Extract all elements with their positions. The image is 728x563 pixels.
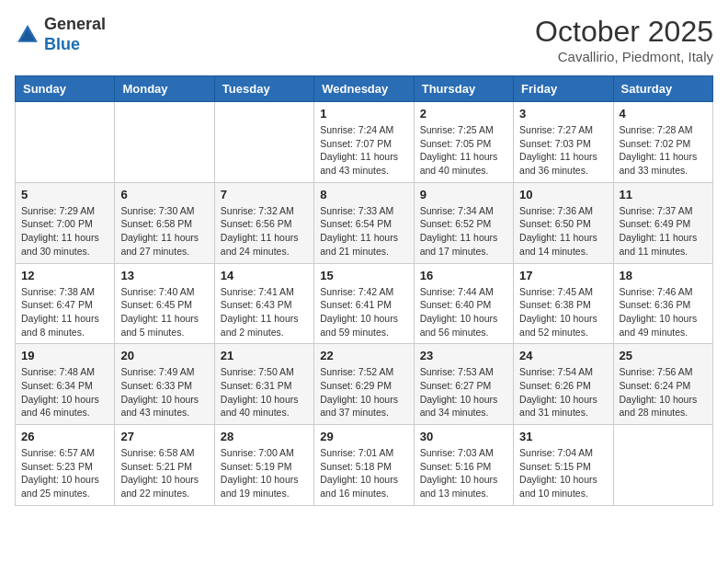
day-number: 10 [519, 188, 607, 201]
calendar-cell: 20Sunrise: 7:49 AM Sunset: 6:33 PM Dayli… [115, 344, 214, 425]
calendar-cell: 31Sunrise: 7:04 AM Sunset: 5:15 PM Dayli… [514, 425, 613, 506]
day-header-sunday: Sunday [16, 76, 115, 102]
calendar-cell [16, 102, 115, 183]
calendar-week-3: 12Sunrise: 7:38 AM Sunset: 6:47 PM Dayli… [16, 263, 713, 344]
calendar-cell [613, 425, 712, 506]
day-info: Sunrise: 7:30 AM Sunset: 6:58 PM Dayligh… [120, 204, 208, 259]
day-info: Sunrise: 7:37 AM Sunset: 6:49 PM Dayligh… [620, 204, 707, 259]
calendar-cell: 2Sunrise: 7:25 AM Sunset: 7:05 PM Daylig… [414, 102, 513, 183]
day-number: 3 [519, 107, 607, 121]
calendar-cell [115, 102, 214, 183]
day-info: Sunrise: 7:34 AM Sunset: 6:52 PM Dayligh… [420, 204, 507, 259]
day-number: 4 [620, 107, 707, 121]
calendar-cell: 5Sunrise: 7:29 AM Sunset: 7:00 PM Daylig… [16, 182, 115, 263]
day-info: Sunrise: 7:28 AM Sunset: 7:02 PM Dayligh… [620, 123, 707, 178]
calendar-cell: 12Sunrise: 7:38 AM Sunset: 6:47 PM Dayli… [16, 263, 115, 344]
day-number: 12 [21, 269, 108, 282]
calendar-cell: 29Sunrise: 7:01 AM Sunset: 5:18 PM Dayli… [314, 425, 414, 506]
calendar-cell: 10Sunrise: 7:36 AM Sunset: 6:50 PM Dayli… [514, 182, 613, 263]
calendar-week-5: 26Sunrise: 6:57 AM Sunset: 5:23 PM Dayli… [16, 425, 713, 506]
title-block: October 2025 Cavallirio, Piedmont, Italy [535, 15, 713, 64]
calendar-cell: 6Sunrise: 7:30 AM Sunset: 6:58 PM Daylig… [115, 182, 214, 263]
calendar-week-2: 5Sunrise: 7:29 AM Sunset: 7:00 PM Daylig… [16, 182, 713, 263]
day-number: 27 [120, 430, 208, 443]
day-info: Sunrise: 7:46 AM Sunset: 6:36 PM Dayligh… [620, 285, 707, 339]
day-number: 28 [221, 430, 308, 443]
calendar-cell: 9Sunrise: 7:34 AM Sunset: 6:52 PM Daylig… [414, 182, 513, 263]
calendar-cell: 28Sunrise: 7:00 AM Sunset: 5:19 PM Dayli… [214, 425, 313, 506]
day-info: Sunrise: 7:32 AM Sunset: 6:56 PM Dayligh… [221, 204, 308, 259]
day-info: Sunrise: 7:45 AM Sunset: 6:38 PM Dayligh… [519, 285, 607, 339]
day-info: Sunrise: 7:29 AM Sunset: 7:00 PM Dayligh… [21, 204, 108, 259]
day-number: 29 [320, 430, 407, 443]
day-info: Sunrise: 7:25 AM Sunset: 7:05 PM Dayligh… [420, 123, 507, 178]
day-number: 31 [519, 430, 607, 443]
calendar-cell: 18Sunrise: 7:46 AM Sunset: 6:36 PM Dayli… [613, 263, 712, 344]
day-header-monday: Monday [115, 76, 214, 102]
day-info: Sunrise: 7:24 AM Sunset: 7:07 PM Dayligh… [320, 123, 407, 178]
day-info: Sunrise: 7:42 AM Sunset: 6:41 PM Dayligh… [320, 285, 407, 339]
day-info: Sunrise: 7:48 AM Sunset: 6:34 PM Dayligh… [21, 365, 108, 419]
calendar-cell: 17Sunrise: 7:45 AM Sunset: 6:38 PM Dayli… [514, 263, 613, 344]
logo-icon [15, 22, 40, 48]
day-number: 17 [519, 269, 607, 282]
day-number: 19 [21, 349, 108, 362]
calendar-cell: 30Sunrise: 7:03 AM Sunset: 5:16 PM Dayli… [414, 425, 513, 506]
day-info: Sunrise: 7:44 AM Sunset: 6:40 PM Dayligh… [420, 285, 507, 339]
day-number: 2 [420, 107, 507, 121]
day-info: Sunrise: 7:49 AM Sunset: 6:33 PM Dayligh… [120, 365, 208, 419]
calendar-header-row: SundayMondayTuesdayWednesdayThursdayFrid… [16, 76, 713, 102]
calendar-cell: 19Sunrise: 7:48 AM Sunset: 6:34 PM Dayli… [16, 344, 115, 425]
calendar-week-1: 1Sunrise: 7:24 AM Sunset: 7:07 PM Daylig… [16, 102, 713, 183]
day-number: 26 [21, 430, 108, 443]
month-title: October 2025 [535, 15, 713, 49]
day-number: 1 [320, 107, 407, 121]
day-info: Sunrise: 7:56 AM Sunset: 6:24 PM Dayligh… [620, 365, 707, 419]
day-number: 24 [519, 349, 607, 362]
calendar-table: SundayMondayTuesdayWednesdayThursdayFrid… [15, 75, 713, 506]
logo-text: General Blue [44, 15, 106, 54]
calendar-cell: 22Sunrise: 7:52 AM Sunset: 6:29 PM Dayli… [314, 344, 414, 425]
day-info: Sunrise: 7:00 AM Sunset: 5:19 PM Dayligh… [221, 446, 308, 500]
calendar-cell: 27Sunrise: 6:58 AM Sunset: 5:21 PM Dayli… [115, 425, 214, 506]
day-info: Sunrise: 7:53 AM Sunset: 6:27 PM Dayligh… [420, 365, 507, 419]
day-info: Sunrise: 7:01 AM Sunset: 5:18 PM Dayligh… [320, 446, 407, 500]
calendar-cell: 3Sunrise: 7:27 AM Sunset: 7:03 PM Daylig… [514, 102, 613, 183]
day-info: Sunrise: 7:41 AM Sunset: 6:43 PM Dayligh… [221, 285, 308, 339]
day-info: Sunrise: 7:36 AM Sunset: 6:50 PM Dayligh… [519, 204, 607, 259]
day-number: 7 [221, 188, 308, 201]
day-number: 14 [221, 269, 308, 282]
calendar-week-4: 19Sunrise: 7:48 AM Sunset: 6:34 PM Dayli… [16, 344, 713, 425]
day-info: Sunrise: 6:58 AM Sunset: 5:21 PM Dayligh… [120, 446, 208, 500]
day-info: Sunrise: 7:54 AM Sunset: 6:26 PM Dayligh… [519, 365, 607, 419]
calendar-cell: 11Sunrise: 7:37 AM Sunset: 6:49 PM Dayli… [613, 182, 712, 263]
calendar-cell: 21Sunrise: 7:50 AM Sunset: 6:31 PM Dayli… [214, 344, 313, 425]
day-info: Sunrise: 7:03 AM Sunset: 5:16 PM Dayligh… [420, 446, 507, 500]
day-header-thursday: Thursday [414, 76, 513, 102]
calendar-cell: 13Sunrise: 7:40 AM Sunset: 6:45 PM Dayli… [115, 263, 214, 344]
day-header-wednesday: Wednesday [314, 76, 414, 102]
calendar-cell: 26Sunrise: 6:57 AM Sunset: 5:23 PM Dayli… [16, 425, 115, 506]
day-number: 22 [320, 349, 407, 362]
day-number: 15 [320, 269, 407, 282]
day-number: 5 [21, 188, 108, 201]
day-number: 30 [420, 430, 507, 443]
day-header-friday: Friday [514, 76, 613, 102]
day-number: 25 [620, 349, 707, 362]
day-info: Sunrise: 7:33 AM Sunset: 6:54 PM Dayligh… [320, 204, 407, 259]
day-number: 16 [420, 269, 507, 282]
page-header: General Blue October 2025 Cavallirio, Pi… [15, 15, 713, 64]
calendar-cell: 24Sunrise: 7:54 AM Sunset: 6:26 PM Dayli… [514, 344, 613, 425]
day-header-saturday: Saturday [613, 76, 712, 102]
logo-general: General [44, 15, 106, 33]
calendar-cell: 25Sunrise: 7:56 AM Sunset: 6:24 PM Dayli… [613, 344, 712, 425]
day-number: 21 [221, 349, 308, 362]
day-header-tuesday: Tuesday [214, 76, 313, 102]
calendar-cell: 14Sunrise: 7:41 AM Sunset: 6:43 PM Dayli… [214, 263, 313, 344]
calendar-cell: 15Sunrise: 7:42 AM Sunset: 6:41 PM Dayli… [314, 263, 414, 344]
calendar-cell: 23Sunrise: 7:53 AM Sunset: 6:27 PM Dayli… [414, 344, 513, 425]
day-number: 20 [120, 349, 208, 362]
calendar-cell: 7Sunrise: 7:32 AM Sunset: 6:56 PM Daylig… [214, 182, 313, 263]
day-info: Sunrise: 6:57 AM Sunset: 5:23 PM Dayligh… [21, 446, 108, 500]
calendar-cell: 1Sunrise: 7:24 AM Sunset: 7:07 PM Daylig… [314, 102, 414, 183]
